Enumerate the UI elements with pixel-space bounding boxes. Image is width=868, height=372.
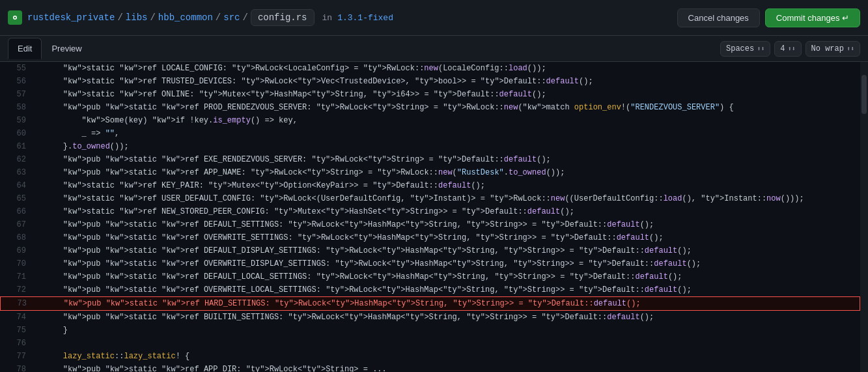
line-number: 65	[0, 192, 34, 205]
editor-container: 55 "kw">static "kw">ref LOCALE_CONFIG: "…	[0, 62, 868, 372]
code-lines: 55 "kw">static "kw">ref LOCALE_CONFIG: "…	[0, 62, 860, 372]
toolbar-right: Spaces ⬆⬇ 4 ⬆⬇ No wrap ⬆⬇	[720, 41, 860, 57]
table-row: 57 "kw">static "kw">ref ONLINE: "ty">Mut…	[0, 88, 860, 101]
sep4: /	[242, 12, 247, 23]
line-content: }	[34, 324, 68, 337]
cancel-changes-button[interactable]: Cancel changes	[677, 8, 760, 27]
table-row: 56 "kw">static "kw">ref TRUSTED_DEVICES:…	[0, 75, 860, 88]
branch-name: 1.3.1-fixed	[337, 13, 393, 23]
table-row: 69 "kw">pub "kw">static "kw">ref DEFAULT…	[0, 244, 860, 257]
line-content: "kw">Some(key) "kw">if !key.is_empty() =…	[34, 114, 298, 127]
line-number: 63	[0, 166, 34, 179]
line-content: lazy_static::lazy_static! {	[34, 350, 189, 363]
line-number: 68	[0, 231, 34, 244]
wrap-arrow-icon: ⬆⬇	[847, 45, 854, 53]
line-number: 62	[0, 153, 34, 166]
line-content: "kw">pub "kw">static "kw">ref OVERWRITE_…	[34, 257, 701, 270]
indent-select[interactable]: 4 ⬆⬇	[774, 41, 801, 57]
indent-arrow-icon: ⬆⬇	[787, 45, 795, 53]
line-number: 61	[0, 140, 34, 153]
sep2: /	[150, 12, 155, 23]
table-row: 71 "kw">pub "kw">static "kw">ref DEFAULT…	[0, 270, 860, 283]
table-row: 75 }	[0, 324, 860, 337]
line-number: 70	[0, 257, 34, 270]
header-actions: Cancel changes Commit changes ↵	[677, 8, 860, 27]
table-row: 62 "kw">pub "kw">static "kw">ref EXE_REN…	[0, 153, 860, 166]
line-content: "kw">pub "kw">static "kw">ref OVERWRITE_…	[34, 231, 664, 244]
line-content	[34, 337, 44, 350]
line-content: "kw">pub "kw">static "kw">ref DEFAULT_DI…	[34, 244, 692, 257]
line-content: "kw">pub "kw">static "kw">ref PROD_RENDE…	[34, 101, 734, 114]
line-number: 77	[0, 350, 34, 363]
line-number: 72	[0, 283, 34, 296]
table-row: 59 "kw">Some(key) "kw">if !key.is_empty(…	[0, 114, 860, 127]
line-content: "kw">pub "kw">static "kw">ref DEFAULT_LO…	[34, 270, 682, 283]
branch-label: in	[322, 13, 333, 23]
line-number: 60	[0, 127, 34, 140]
org-link[interactable]: rustdesk_private	[27, 12, 115, 23]
sub-link[interactable]: hbb_common	[158, 12, 213, 23]
line-number: 75	[0, 324, 34, 337]
table-row: 78 "kw">pub "kw">static "kw">ref APP_DIR…	[0, 363, 860, 372]
line-number: 57	[0, 88, 34, 101]
line-number: 66	[0, 205, 34, 218]
line-content: "kw">pub "kw">static "kw">ref APP_NAME: …	[34, 166, 565, 179]
line-number: 76	[0, 337, 34, 350]
table-row: 64 "kw">static "kw">ref KEY_PAIR: "ty">M…	[0, 179, 860, 192]
table-row: 60 _ => "",	[0, 127, 860, 140]
sep3: /	[216, 12, 221, 23]
table-row: 72 "kw">pub "kw">static "kw">ref OVERWRI…	[0, 283, 860, 296]
path-link[interactable]: src	[223, 12, 240, 23]
line-content: "kw">static "kw">ref USER_DEFAULT_CONFIG…	[34, 192, 804, 205]
preview-tab[interactable]: Preview	[42, 38, 91, 59]
table-row: 77 lazy_static::lazy_static! {	[0, 350, 860, 363]
table-row: 73 "kw">pub "kw">static "kw">ref HARD_SE…	[0, 296, 860, 311]
line-content: "kw">static "kw">ref NEW_STORED_PEER_CON…	[34, 205, 574, 218]
table-row: 67 "kw">pub "kw">static "kw">ref DEFAULT…	[0, 218, 860, 231]
commit-changes-button[interactable]: Commit changes ↵	[765, 8, 860, 27]
line-content: "kw">pub "kw">static "kw">ref OVERWRITE_…	[34, 283, 692, 296]
edit-tab[interactable]: Edit	[8, 38, 42, 59]
sep1: /	[117, 12, 122, 23]
wrap-select[interactable]: No wrap ⬆⬇	[805, 41, 860, 57]
table-row: 70 "kw">pub "kw">static "kw">ref OVERWRI…	[0, 257, 860, 270]
repo-link[interactable]: libs	[126, 12, 148, 23]
line-content: }.to_owned());	[34, 140, 129, 153]
spaces-label: Spaces	[726, 44, 754, 53]
line-number: 73	[1, 297, 35, 310]
repo-icon	[8, 10, 22, 25]
header: rustdesk_private / libs / hbb_common / s…	[0, 0, 868, 36]
scrollbar-thumb[interactable]	[861, 75, 867, 114]
spaces-select[interactable]: Spaces ⬆⬇	[720, 41, 770, 57]
code-area[interactable]: 55 "kw">static "kw">ref LOCALE_CONFIG: "…	[0, 62, 860, 372]
svg-point-2	[14, 17, 16, 19]
line-number: 74	[0, 311, 34, 324]
line-number: 56	[0, 75, 34, 88]
toolbar: Edit Preview Spaces ⬆⬇ 4 ⬆⬇ No wrap ⬆⬇	[0, 36, 868, 62]
line-content: "kw">pub "kw">static "kw">ref APP_DIR: "…	[34, 363, 387, 372]
line-number: 55	[0, 62, 34, 75]
line-number: 78	[0, 363, 34, 372]
line-number: 64	[0, 179, 34, 192]
wrap-label: No wrap	[811, 44, 844, 53]
line-content: "kw">static "kw">ref KEY_PAIR: "ty">Mute…	[34, 179, 485, 192]
table-row: 61 }.to_owned());	[0, 140, 860, 153]
table-row: 68 "kw">pub "kw">static "kw">ref OVERWRI…	[0, 231, 860, 244]
line-number: 69	[0, 244, 34, 257]
line-number: 67	[0, 218, 34, 231]
line-content: "kw">pub "kw">static "kw">ref EXE_RENDEZ…	[34, 153, 551, 166]
scrollbar-track[interactable]	[860, 62, 868, 372]
line-content: "kw">static "kw">ref LOCALE_CONFIG: "ty"…	[34, 62, 546, 75]
indent-value: 4	[780, 44, 785, 53]
table-row: 74 "kw">pub "kw">static "kw">ref BUILTIN…	[0, 311, 860, 324]
breadcrumb: rustdesk_private / libs / hbb_common / s…	[27, 9, 672, 26]
line-number: 59	[0, 114, 34, 127]
line-content: _ => "",	[34, 127, 119, 140]
table-row: 58 "kw">pub "kw">static "kw">ref PROD_RE…	[0, 101, 860, 114]
line-content: "kw">static "kw">ref ONLINE: "ty">Mutex<…	[34, 88, 546, 101]
line-content: "kw">pub "kw">static "kw">ref HARD_SETTI…	[35, 297, 641, 310]
line-content: "kw">pub "kw">static "kw">ref BUILTIN_SE…	[34, 311, 654, 324]
line-number: 58	[0, 101, 34, 114]
table-row: 76	[0, 337, 860, 350]
table-row: 55 "kw">static "kw">ref LOCALE_CONFIG: "…	[0, 62, 860, 75]
